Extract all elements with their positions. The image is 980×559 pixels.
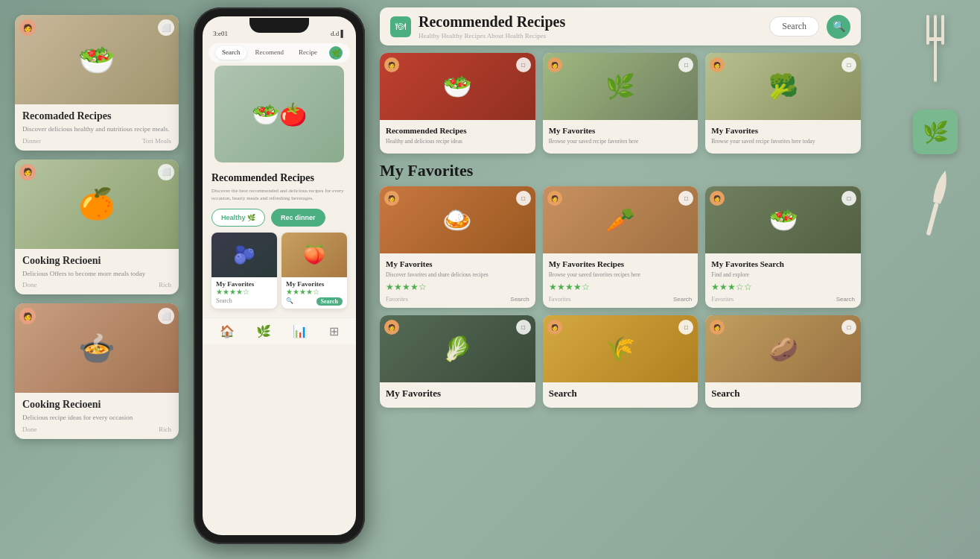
app-header-title: Recommended Recipes: [419, 13, 762, 31]
recipe-card-6-image: 🥔: [705, 315, 861, 382]
phone-mockup: 3:e01 d.d ▌ Search Recomend Recipe 🌿 🥗🍅 …: [194, 7, 365, 552]
recipe-card-2: 🥕 🧑 □ My Favorites Recipes Browse your s…: [543, 186, 699, 308]
top-card-1-badge-tl: 🧑: [384, 57, 399, 72]
svg-rect-3: [926, 37, 944, 41]
recipe-card-1-desc: Discover favorites and share delicious r…: [386, 271, 529, 279]
phone-recipe-title: Recommended Recipes: [211, 171, 347, 185]
left-card-3-desc: Delicious recipe ideas for every occasio…: [22, 414, 171, 423]
phone-nav-grid-icon[interactable]: ⊞: [329, 324, 339, 338]
phone-small-card-1-image: 🫐: [211, 233, 277, 277]
left-card-3: 🍲 🧑 ⬜ Cooking Recioeni Delicious recipe …: [15, 303, 179, 439]
recipe-card-5-title: Search: [549, 388, 693, 400]
recipe-card-2-search-button[interactable]: Search: [673, 296, 692, 303]
left-card-2: 🍊 🧑 ⬜ Cooking Recioeni Delicious Offers …: [15, 160, 179, 295]
phone-tab-icon[interactable]: 🌿: [329, 46, 343, 60]
phone-status-left: 3:e01: [213, 30, 228, 37]
phone-nav-leaf-icon[interactable]: 🌿: [256, 324, 271, 338]
app-header-search-field[interactable]: Search: [769, 16, 819, 37]
top-card-2-badge-tl: 🧑: [547, 57, 562, 72]
phone-recipe-desc: Discover the best recommended and delici…: [211, 188, 347, 203]
left-card-2-badge-tr: ⬜: [158, 164, 174, 180]
app-header-icon: 🍽: [390, 16, 411, 37]
phone-healthy-button[interactable]: Healthy 🌿: [211, 209, 265, 227]
top-card-3-badge-tr: □: [841, 57, 856, 72]
phone-nav-tabs[interactable]: Search Recomend Recipe 🌿: [209, 43, 350, 63]
phone-tab-recommend[interactable]: Recomend: [249, 46, 290, 60]
left-card-1-badge-tl: 🧑: [19, 19, 36, 36]
recipe-card-3-footer-left: Favorites: [711, 296, 734, 303]
left-card-2-image: 🍊: [15, 160, 179, 249]
phone-small-cards: 🫐 My Favorites ★★★★☆ Search 🍑 My Favo: [211, 233, 347, 309]
top-card-1-title: Recommended Recipes: [386, 125, 529, 136]
phone-content: Recommended Recipes Discover the best re…: [203, 167, 356, 313]
my-favorites-heading: My Favorites: [380, 161, 861, 180]
phone-bottom-nav: 🏠 🌿 📊 ⊞: [203, 318, 356, 344]
fork-icon: [920, 15, 950, 95]
recipe-card-1: 🍛 🧑 □ My Favorites Discover favorites an…: [380, 186, 535, 308]
left-card-3-label2: Rich: [159, 426, 171, 433]
top-card-2-title: My Favorites: [549, 125, 693, 136]
recipe-card-2-badge-tl: 🧑: [547, 191, 562, 206]
left-card-1-image: 🥗: [15, 15, 179, 104]
recipe-card-5-badge-tl: 🧑: [547, 320, 562, 335]
leaf-card-icon: 🌿: [913, 110, 958, 154]
utensils-decoration: 🌿: [913, 15, 958, 247]
app-header-search-button[interactable]: 🔍: [827, 15, 850, 39]
phone-small-card-2-stars: ★★★★☆: [286, 288, 343, 296]
left-card-2-badge-tl: 🧑: [19, 164, 36, 180]
top-card-1-image: 🥗: [380, 53, 535, 120]
phone-small-card-1-stars: ★★★★☆: [216, 288, 273, 296]
recipe-card-6: 🥔 🧑 □ Search: [705, 315, 861, 408]
left-card-3-title: Cooking Recioeni: [22, 399, 171, 411]
left-card-2-title: Cooking Recioeni: [22, 255, 171, 267]
left-card-2-desc: Delicious Offers to become more meals to…: [22, 270, 171, 279]
phone-small-card-2-footer: 🔍: [286, 297, 293, 306]
phone-nav-chart-icon[interactable]: 📊: [293, 324, 308, 338]
top-card-1: 🥗 🧑 □ Recommended Recipes Healthy and de…: [380, 53, 535, 154]
left-card-1-label1: Dinner: [22, 137, 41, 145]
app-header: 🍽 Recommended Recipes Healthy Healthy Re…: [380, 7, 861, 45]
recipe-card-5-image: 🌾: [543, 315, 699, 382]
recipe-card-1-search-button[interactable]: Search: [510, 296, 529, 303]
recipe-card-2-footer-left: Favorites: [549, 296, 571, 303]
left-card-1-desc: Discover delicious healthy and nutritiou…: [22, 125, 171, 134]
left-card-1: 🥗 🧑 ⬜ Recomaded Recipes Discover delicio…: [15, 15, 179, 151]
recipe-card-2-image: 🥕: [543, 186, 699, 253]
left-card-1-title: Recomaded Recipes: [22, 110, 171, 122]
top-card-1-desc: Healthy and delicious recipe ideas: [386, 138, 529, 145]
phone-small-card-1-title: My Favorites: [216, 280, 273, 288]
recipe-card-1-title: My Favorites: [386, 259, 529, 269]
phone-hero-image: 🥗🍅: [214, 66, 344, 162]
recipe-card-1-badge-tr: □: [516, 191, 531, 206]
svg-rect-4: [934, 41, 937, 82]
phone-small-card-1-search-label: Search: [216, 297, 232, 304]
left-cards-section: 🥗 🧑 ⬜ Recomaded Recipes Discover delicio…: [15, 15, 179, 439]
phone-notch: [249, 18, 309, 33]
top-row-cards: 🥗 🧑 □ Recommended Recipes Healthy and de…: [380, 53, 861, 154]
recipe-card-3-search-button[interactable]: Search: [836, 296, 855, 303]
recipe-card-2-title: My Favorites Recipes: [549, 259, 693, 269]
recipe-card-4-title: My Favorites: [386, 388, 529, 400]
svg-rect-5: [926, 202, 938, 236]
phone-small-card-1: 🫐 My Favorites ★★★★☆ Search: [211, 233, 277, 309]
left-card-1-badge-tr: ⬜: [158, 19, 174, 36]
top-card-3-desc: Browse your saved recipe favorites here …: [711, 138, 855, 145]
phone-tab-search[interactable]: Search: [216, 46, 246, 60]
phone-tab-recipe[interactable]: Recipe: [293, 46, 323, 60]
recipe-card-2-stars: ★★★★☆: [549, 282, 693, 293]
recipe-card-3-badge-tr: □: [841, 191, 856, 206]
recipe-card-1-image: 🍛: [380, 186, 535, 253]
phone-small-card-2-search-btn[interactable]: Search: [316, 297, 343, 306]
phone-screen: 3:e01 d.d ▌ Search Recomend Recipe 🌿 🥗🍅 …: [203, 16, 356, 535]
recipe-card-4-image: 🥬: [380, 315, 535, 382]
left-card-2-label2: Rich: [159, 281, 171, 288]
top-card-2-image: 🌿: [543, 53, 699, 120]
left-card-1-label2: Tori Meals: [142, 137, 171, 145]
left-card-2-label1: Done: [22, 281, 37, 288]
phone-nav-home-icon[interactable]: 🏠: [220, 324, 235, 338]
recipe-card-3: 🥗 🧑 □ My Favorites Search Find and explo…: [705, 186, 861, 308]
top-card-1-badge-tr: □: [516, 57, 531, 72]
recipe-card-4-badge-tr: □: [516, 320, 531, 335]
top-card-3: 🥦 🧑 □ My Favorites Browse your saved rec…: [705, 53, 861, 154]
phone-dinner-button[interactable]: Rec dinner: [271, 209, 325, 227]
